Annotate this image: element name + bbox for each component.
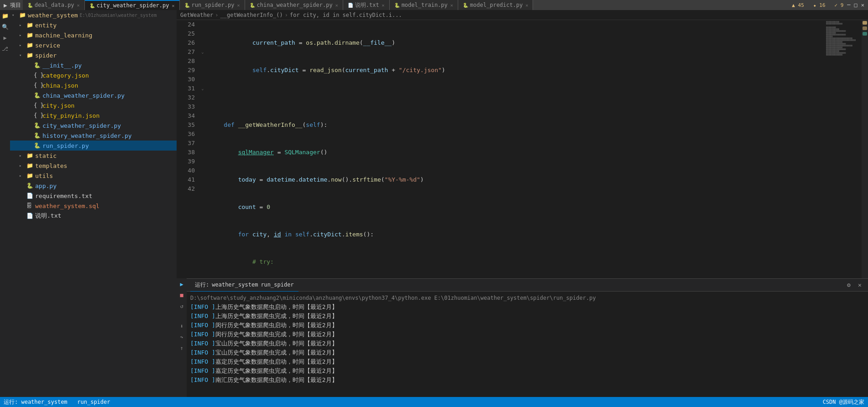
explorer-icon[interactable]: 📁 — [1, 12, 9, 20]
fold-27[interactable]: ⌄ — [199, 47, 206, 57]
tab-shuoming[interactable]: 📄 说明.txt ✕ — [343, 0, 390, 10]
tree-item-city-pinyin-json[interactable]: { } city_pinyin.json — [10, 110, 177, 120]
tab-close-icon[interactable]: ✕ — [525, 3, 528, 8]
editor-column: GetWeather › __getWeatherInfo_() › for c… — [177, 10, 868, 397]
run-line-5: [INFO ]宝山历史气象数据爬虫启动，时间【最近2月】 — [190, 339, 864, 348]
tree-item-china-json[interactable]: { } china.json — [10, 80, 177, 90]
tree-arrow-service: ▸ — [19, 43, 26, 47]
step-over-icon[interactable]: ↷ — [178, 333, 186, 341]
tab-model-predict[interactable]: 🐍 model_predict.py ✕ — [458, 0, 533, 10]
tree-label-templates: templates — [35, 162, 67, 169]
json-file-icon: { } — [34, 112, 41, 119]
stop-icon-panel[interactable]: ■ — [178, 291, 186, 299]
tab-close-icon[interactable]: ✕ — [382, 3, 385, 8]
breadcrumb-part-2[interactable]: __getWeatherInfo_() — [220, 12, 282, 18]
code-line-24: current_path = os.path.dirname(__file__) — [209, 38, 825, 47]
folder-icon: 📁 — [26, 52, 34, 58]
tab-label: model_train.py — [402, 2, 448, 8]
tree-label-category-json: category.json — [42, 72, 89, 79]
py-file-icon: 🐍 — [34, 92, 41, 99]
tree-label-app: app.py — [35, 183, 57, 189]
panel-left-icons: ▶ ■ ↺ ⬇ ↷ ↑ — [177, 278, 187, 397]
tab-china-weather-spider[interactable]: 🐍 china_weather_spider.py ✕ — [245, 0, 343, 10]
tree-label-history-spider: history_weather_spider.py — [42, 132, 132, 139]
tree-label-city-pinyin-json: city_pinyin.json — [42, 112, 99, 119]
tree-item-utils[interactable]: ▸ 📁 utils — [10, 171, 177, 181]
tree-item-city-weather-spider[interactable]: 🐍 city_weather_spider.py — [10, 120, 177, 130]
minimize-btn[interactable]: ─ — [847, 2, 850, 8]
tree-item-service[interactable]: ▸ 📁 service — [10, 40, 177, 50]
tree-item-spider[interactable]: ▾ 📁 spider — [10, 50, 177, 60]
tree-item-static[interactable]: ▸ 📁 static — [10, 151, 177, 161]
tab-close-icon[interactable]: ✕ — [172, 3, 175, 8]
tree-item-history-spider[interactable]: 🐍 history_weather_spider.py — [10, 130, 177, 141]
run-icon-panel[interactable]: ▶ — [178, 280, 186, 288]
code-line-29: today = datetime.datetime.now().strftime… — [209, 175, 825, 184]
close-btn[interactable]: ✕ — [861, 2, 864, 8]
tree-item-category-json[interactable]: { } category.json — [10, 70, 177, 80]
tab-run-spider[interactable]: 🐍 run_spider.py ✕ — [180, 0, 245, 10]
folder-icon: 📁 — [26, 162, 34, 169]
code-line-25: self.cityDict = read_json(current_path +… — [209, 66, 825, 75]
breadcrumb-part-1[interactable]: GetWeather — [180, 12, 213, 18]
code-view[interactable]: 24 25 26 27 28 29 30 31 32 33 34 35 36 3… — [177, 20, 868, 278]
tree-item-app[interactable]: 🐍 app.py — [10, 181, 177, 191]
tree-item-requirements[interactable]: 📄 requirements.txt — [10, 191, 177, 201]
tree-item-sql[interactable]: 🗄 weather_system.sql — [10, 201, 177, 211]
tab-icon: 🐍 — [184, 3, 190, 8]
tab-bar: 🐍 deal_data.py ✕ 🐍 city_weather_spider.p… — [23, 0, 792, 10]
folder-icon: 📁 — [26, 152, 34, 159]
tab-deal-data[interactable]: 🐍 deal_data.py ✕ — [23, 0, 85, 10]
tree-item-templates[interactable]: ▸ 📁 templates — [10, 161, 177, 171]
close-panel-icon[interactable]: ✕ — [855, 281, 864, 290]
tab-label: 说明.txt — [355, 1, 379, 9]
search-icon[interactable]: 🔍 — [1, 23, 9, 31]
status-right: CSDN @源码之家 — [823, 398, 864, 406]
root-path: E:\01zhuomian\weather_system — [80, 13, 157, 18]
tree-label-run-spider: run_spider.py — [42, 142, 89, 149]
tree-label-sql: weather_system.sql — [35, 203, 99, 209]
json-file-icon: { } — [34, 72, 41, 78]
tab-icon: 📄 — [348, 3, 353, 8]
tree-item-readme[interactable]: 📄 说明.txt — [10, 211, 177, 221]
fold-31[interactable]: ⌄ — [199, 84, 206, 93]
tree-item-city-json[interactable]: { } city.json — [10, 100, 177, 110]
step-out-icon[interactable]: ↑ — [178, 344, 186, 352]
tab-close-icon[interactable]: ✕ — [237, 3, 240, 8]
error-marker — [863, 21, 867, 25]
tree-item-init[interactable]: 🐍 __init__.py — [10, 60, 177, 70]
tab-close-icon[interactable]: ✕ — [450, 3, 453, 8]
settings-icon[interactable]: ⚙ — [844, 281, 853, 290]
tree-arrow-spider: ▾ — [19, 53, 26, 57]
tab-model-train[interactable]: 🐍 model_train.py ✕ — [390, 0, 458, 10]
maximize-btn[interactable]: □ — [854, 2, 858, 8]
sql-file-icon: 🗄 — [26, 203, 34, 209]
tab-label: run_spider.py — [192, 2, 235, 8]
breadcrumb-part-3[interactable]: for city, id in self.cityDict.i... — [290, 12, 402, 18]
code-editor: GetWeather › __getWeatherInfo_() › for c… — [177, 10, 868, 278]
tab-city-weather-spider[interactable]: 🐍 city_weather_spider.py ✕ — [85, 0, 180, 10]
git-icon[interactable]: ⎇ — [1, 45, 9, 53]
tree-item-china-spider[interactable]: 🐍 china_weather_spider.py — [10, 90, 177, 100]
tree-label-entity: entity — [35, 22, 57, 29]
info-marker — [863, 32, 867, 36]
tab-close-icon[interactable]: ✕ — [335, 3, 338, 8]
run-tab[interactable]: 运行: weather_system run_spider — [190, 279, 298, 292]
rerun-icon-panel[interactable]: ↺ — [178, 302, 186, 310]
title-bar: ▶ 项目 🐍 deal_data.py ✕ 🐍 city_weather_spi… — [0, 0, 868, 10]
folder-icon: 📁 — [26, 32, 34, 38]
run-debug-icon[interactable]: ▶ — [1, 34, 9, 42]
tree-item-machine-learning[interactable]: ▸ 📁 machine_learning — [10, 30, 177, 40]
step-icon-panel[interactable]: ⬇ — [178, 322, 186, 330]
code-content[interactable]: current_path = os.path.dirname(__file__)… — [206, 20, 825, 278]
tab-close-icon[interactable]: ✕ — [77, 3, 80, 8]
tab-icon: 🐍 — [463, 3, 468, 8]
tree-item-entity[interactable]: ▸ 📁 entity — [10, 20, 177, 30]
tree-label-city-weather-spider: city_weather_spider.py — [42, 122, 121, 129]
tree-item-root[interactable]: ▾ 📁 weather_system E:\01zhuomian\weather… — [10, 10, 177, 20]
run-line-cmd: D:\software\study_anzhuang2\miniconda\an… — [190, 293, 864, 303]
code-line-27: def __getWeatherInfo__(self): — [209, 120, 825, 130]
tree-item-run-spider[interactable]: 🐍 run_spider.py — [10, 141, 177, 151]
tree-label-requirements: requirements.txt — [35, 193, 92, 199]
project-icon: ▶ — [4, 2, 7, 9]
